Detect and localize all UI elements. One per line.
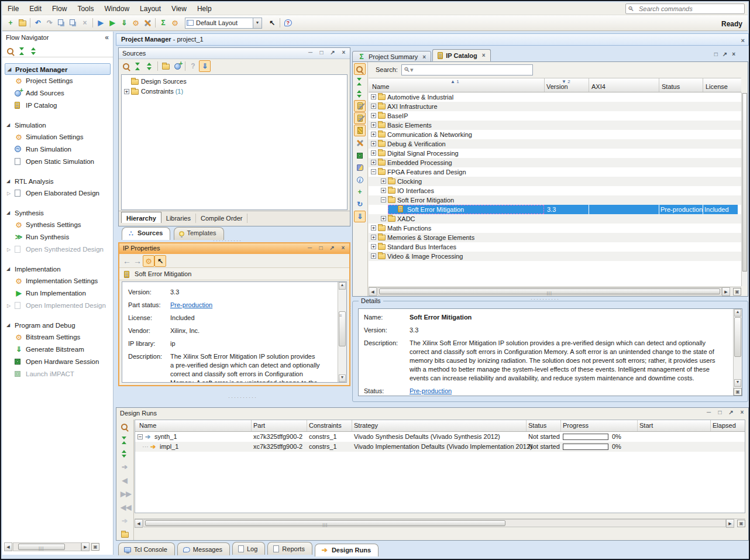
column-header-license[interactable]: License [706,83,728,90]
open-run-icon[interactable] [119,528,130,540]
splitter-handle[interactable]: ·········· [228,394,257,400]
help-icon[interactable]: ? [187,60,199,72]
menu-help[interactable]: Help [192,2,217,13]
run-icon[interactable]: ▶ [106,17,118,29]
close-icon[interactable]: × [738,409,746,417]
column-header-part[interactable]: Part [253,422,265,429]
tab-hierarchy[interactable]: Hierarchy [121,212,161,223]
catalog-row-embedded-processing[interactable]: +Embedded Processing [369,158,741,167]
tab-compile-order[interactable]: Compile Order [196,214,248,223]
command-search-box[interactable]: 🔍︎ [625,4,745,14]
tree-item-design-sources[interactable]: Design Sources [122,77,347,87]
close-icon[interactable]: × [339,245,347,252]
menu-window[interactable]: Window [99,2,135,13]
create-run-icon[interactable]: ➔ [119,515,130,527]
catalog-row-xadc[interactable]: +XADC [369,214,741,224]
tree-expander-icon[interactable]: + [371,141,376,146]
close-tab-icon[interactable]: × [482,52,486,59]
open-project-icon[interactable] [16,17,28,29]
catalog-row-baseip[interactable]: +BaseIP [369,111,741,121]
redo-icon[interactable]: ↷ [44,17,56,29]
add-ip-icon[interactable]: + [354,186,366,198]
tree-expander-icon[interactable]: + [371,132,376,137]
field-value[interactable]: Pre-production [410,387,723,396]
ip-packager-icon[interactable] [354,162,366,173]
expand-all-icon[interactable] [119,434,130,446]
tree-expander-icon[interactable]: + [381,216,386,221]
flow-section-header-implementation[interactable]: ◢Implementation [2,263,113,275]
item-expander-icon[interactable]: ▷ [7,187,11,200]
tree-expander-icon[interactable]: + [371,225,376,231]
tab-tcl-console[interactable]: Tcl Console [118,542,175,555]
menu-layout[interactable]: Layout [135,2,166,13]
maximize-icon[interactable]: □ [318,49,325,57]
menu-view[interactable]: View [166,2,192,13]
maximize-icon[interactable]: □ [716,409,724,417]
layout-dropdown-arrow[interactable]: ▼ [253,18,262,28]
ip-catalog-hscrollbar[interactable]: ◀ ||| ▶ ▣ [369,287,741,296]
copy-icon[interactable] [56,17,67,29]
tab-reports[interactable]: Reports [267,542,312,555]
menu-edit[interactable]: Edit [24,2,47,13]
float-icon[interactable]: ↗ [328,245,336,252]
command-search-input[interactable] [639,5,743,13]
flow-item-bitstream-settings[interactable]: Bitstream Settings [2,331,113,343]
catalog-row-basic-elements[interactable]: +Basic Elements [369,121,741,130]
expand-all-icon[interactable] [132,60,144,72]
flow-item-open-static-simulation[interactable]: Open Static Simulation [2,156,113,168]
tree-expander-icon[interactable]: + [371,94,376,99]
float-icon[interactable]: ↗ [723,51,727,57]
expand-all-icon[interactable] [354,75,366,87]
catalog-row-video-image-processing[interactable]: +Video & Image Processing [369,252,741,261]
feedback-icon[interactable] [282,17,294,29]
flow-item-simulation-settings[interactable]: Simulation Settings [2,131,113,143]
details-vscrollbar[interactable]: ▲▼ ▣ [733,309,742,396]
item-expander-icon[interactable]: ▷ [7,300,11,312]
restore-pane-icon[interactable]: ▣ [91,543,99,551]
catalog-row-clocking[interactable]: +Clocking [369,177,741,186]
flow-item-run-implementation[interactable]: ▶Run Implementation [2,287,113,300]
minimize-icon[interactable]: ─ [307,49,314,57]
select-tool-icon[interactable]: ↖ [154,255,166,267]
reset-run-icon[interactable]: ◀ [119,475,130,486]
splitter-handle-vertical[interactable]: ····· [349,305,351,317]
collapse-panel-icon[interactable]: « [105,33,109,42]
column-header-elapsed[interactable]: Elapsed [713,422,736,429]
forward-icon[interactable]: → [132,256,143,266]
tree-expander-icon[interactable]: + [381,178,386,184]
flow-item-launch-impact[interactable]: Launch iMPACT [2,368,113,380]
flow-item-generate-bitstream[interactable]: ⇓Generate Bitstream [2,343,113,356]
column-header-status[interactable]: Status [528,422,546,429]
tab-libraries[interactable]: Libraries [161,214,196,223]
back-icon[interactable]: ← [122,256,132,266]
flow-item-add-sources[interactable]: Add Sources [2,87,113,99]
search-icon[interactable] [121,60,132,72]
column-header-progress[interactable]: Progress [563,422,589,429]
design-run-row-impl-1[interactable]: ➔···impl_1xc7k325tffg900-2constrs_1Vivad… [135,442,745,452]
restore-pane-icon[interactable]: ▣ [734,388,742,396]
delete-icon[interactable]: × [79,17,91,29]
step-forward-icon[interactable]: ▶▶ [119,488,130,500]
tree-expander-icon[interactable]: + [381,188,386,193]
flow-item-open-elaborated-design[interactable]: ▷Open Elaborated Design [2,187,113,200]
tree-item-constraints[interactable]: +Constraints (1) [122,87,347,97]
ip-properties-vscrollbar[interactable]: ▲≡▼ [338,282,346,382]
collapse-all-icon[interactable] [119,448,130,459]
customize-ip-icon[interactable] [143,255,154,267]
license-status-icon[interactable] [354,149,366,161]
flow-item-open-hardware-session[interactable]: Open Hardware Session [2,356,113,368]
catalog-row-automotive-industrial[interactable]: +Automotive & Industrial [369,92,741,102]
tree-expander-icon[interactable]: + [371,253,376,259]
collapse-all-icon[interactable] [28,45,40,57]
minimize-icon[interactable]: ─ [705,409,713,417]
tree-expander-icon[interactable]: + [371,160,376,165]
maximize-icon[interactable]: □ [317,245,325,252]
catalog-row-axi-infrastructure[interactable]: +AXI Infrastructure [369,102,741,111]
hide-hidden-ip-icon[interactable] [354,112,366,124]
tab-ip-catalog[interactable]: IP Catalog× [432,49,490,61]
tools-icon[interactable] [142,17,153,29]
design-runs-hscrollbar[interactable]: ◀ ||| ▶ ▣ [135,518,745,527]
ip-information-icon[interactable] [354,174,366,185]
undo-icon[interactable]: ↶ [32,17,44,29]
search-icon[interactable] [354,63,366,75]
